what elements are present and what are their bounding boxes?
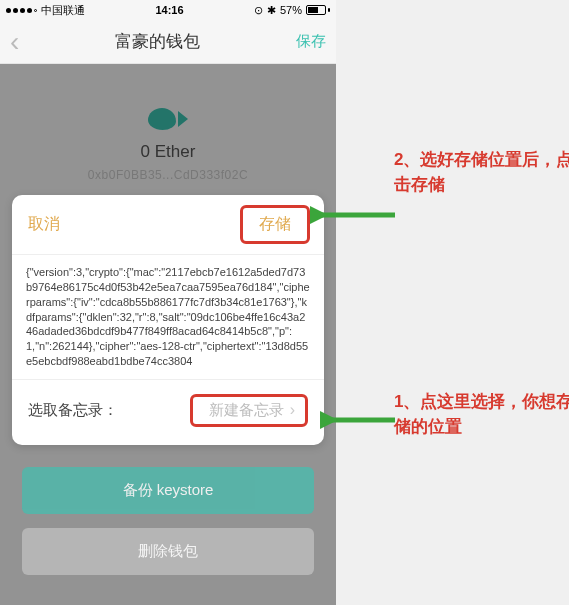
statusbar-time: 14:16 (155, 4, 183, 16)
page-title: 富豪的钱包 (115, 30, 200, 53)
bluetooth-icon: ✱ (267, 4, 276, 17)
share-sheet: 取消 存储 {"version":3,"crypto":{"mac":"2117… (12, 195, 324, 445)
back-icon[interactable]: ‹ (10, 28, 19, 56)
annotation-2: 2、选好存储位置后，点击存储 (394, 148, 569, 197)
alarm-icon: ⊙ (254, 4, 263, 17)
select-memo-label: 选取备忘录： (28, 401, 118, 420)
chevron-right-icon: › (290, 401, 295, 419)
backup-keystore-button[interactable]: 备份 keystore (22, 467, 314, 514)
new-memo-button[interactable]: 新建备忘录 › (190, 394, 308, 427)
new-memo-label: 新建备忘录 (209, 401, 284, 420)
cancel-button[interactable]: 取消 (28, 214, 60, 235)
status-bar: 中国联通 14:16 ⊙ ✱ 57% (0, 0, 336, 20)
battery-pct: 57% (280, 4, 302, 16)
store-button[interactable]: 存储 (240, 205, 310, 244)
save-button[interactable]: 保存 (296, 32, 326, 51)
carrier-label: 中国联通 (41, 3, 85, 18)
delete-wallet-button[interactable]: 删除钱包 (22, 528, 314, 575)
keystore-json-text: {"version":3,"crypto":{"mac":"2117ebcb7e… (12, 255, 324, 380)
nav-bar: ‹ 富豪的钱包 保存 (0, 20, 336, 64)
annotation-1: 1、点这里选择，你想存储的位置 (394, 390, 569, 439)
